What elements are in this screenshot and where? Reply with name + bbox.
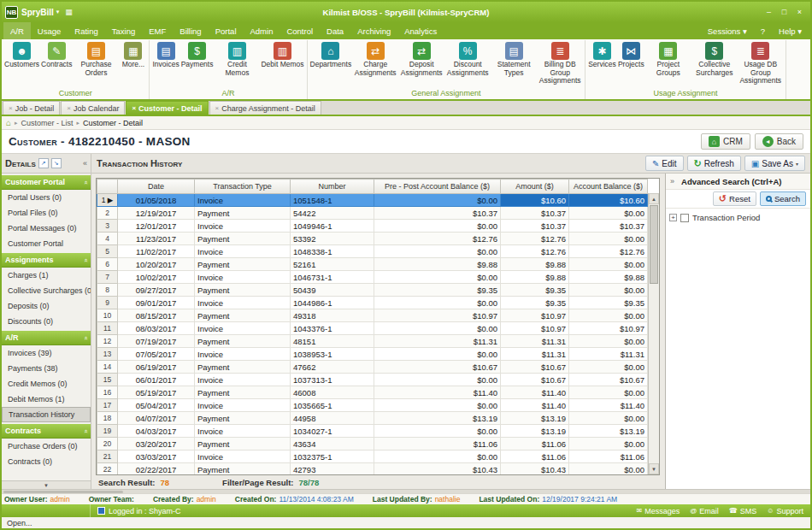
menu-item-rating[interactable]: Rating [68, 22, 104, 39]
section-collapse-icon[interactable]: » [81, 429, 89, 433]
menu-item-[interactable]: ? [754, 22, 772, 39]
table-row-21[interactable]: 2103/03/2017Invoice1032375-1$0.00$11.06$… [97, 450, 648, 463]
quick-access-icon[interactable]: ▦ [65, 8, 73, 16]
menu-item-portal[interactable]: Portal [209, 22, 244, 39]
ribbon-btn-project-groups[interactable]: ▦Project Groups [645, 40, 691, 77]
menu-item-help[interactable]: Help ▾ [772, 22, 809, 39]
scroll-down-icon[interactable]: ▼ [649, 463, 659, 474]
table-row-9[interactable]: 909/01/2017Invoice1044986-1$0.00$9.35$9.… [97, 297, 648, 309]
ribbon-btn-credit-memos[interactable]: ▥Credit Memos [214, 40, 260, 77]
table-row-16[interactable]: 1605/19/2017Payment46008$11.40$11.40$0.0… [97, 386, 648, 399]
tab-charge-assignment-detail[interactable]: ×Charge Assignment - Detail [209, 101, 321, 115]
filter-checkbox[interactable] [680, 214, 689, 222]
menu-item-usage[interactable]: Usage [31, 22, 68, 39]
table-row-15[interactable]: 1506/01/2017Invoice1037313-1$0.00$10.67$… [97, 374, 648, 386]
tab-close-icon[interactable]: × [132, 104, 136, 112]
status-sms[interactable]: ☎SMS [729, 507, 756, 515]
vertical-scrollbar-thumb[interactable] [650, 205, 658, 284]
open-bar[interactable]: Open... [2, 517, 810, 528]
table-row-8[interactable]: 809/27/2017Payment50439$9.35$9.35$0.00 [97, 284, 648, 297]
ribbon-btn-payments[interactable]: $Payments [180, 40, 215, 69]
sidebar-item-portal-users-0[interactable]: Portal Users (0) [2, 190, 91, 205]
reset-button[interactable]: ↺ Reset [713, 191, 756, 206]
menu-item-archiving[interactable]: Archiving [350, 22, 397, 39]
ribbon-btn-deposit-assignments[interactable]: ⇄Deposit Assignments [398, 40, 444, 77]
search-button[interactable]: Search [760, 191, 806, 206]
table-row-14[interactable]: 1406/19/2017Payment47662$10.67$10.67$0.0… [97, 361, 648, 374]
sidebar-section-customer-portal[interactable]: Customer Portal» [2, 175, 91, 190]
sidebar-section-assignments[interactable]: Assignments» [2, 253, 91, 268]
column-header-account-balance[interactable]: Account Balance ($) [569, 180, 648, 194]
ribbon-btn-contracts[interactable]: ✎Contracts [40, 40, 73, 69]
table-row-19[interactable]: 1904/03/2017Invoice1034027-1$0.00$13.19$… [97, 425, 648, 438]
menu-item-data[interactable]: Data [320, 22, 350, 39]
column-header-pre-post-account-balance[interactable]: Pre - Post Account Balance ($) [374, 180, 501, 194]
pin-icon[interactable]: ↗ [38, 158, 49, 168]
ribbon-btn-charge-assignments[interactable]: ⇄Charge Assignments [352, 40, 398, 77]
column-header-transaction-type[interactable]: Transaction Type [195, 180, 291, 194]
breadcrumb-item-customer-detail[interactable]: Customer - Detail [83, 119, 143, 127]
tab-customer-detail[interactable]: ×Customer - Detail [126, 101, 208, 115]
back-button[interactable]: ◂ Back [755, 133, 803, 150]
table-row-5[interactable]: 511/02/2017Invoice1048338-1$0.00$12.76$1… [97, 245, 648, 258]
menu-item-taxing[interactable]: Taxing [105, 22, 142, 39]
ribbon-btn-debit-memos[interactable]: ▥Debit Memos [260, 40, 304, 69]
horizontal-scrollbar-thumb[interactable] [3, 491, 123, 493]
table-row-13[interactable]: 1307/05/2017Invoice1038953-1$0.00$11.31$… [97, 348, 648, 361]
table-row-1[interactable]: 1 ▶01/05/2018Invoice1051548-1$0.00$10.60… [97, 194, 648, 207]
table-row-7[interactable]: 710/02/2017Invoice1046731-1$0.00$9.88$9.… [97, 271, 648, 284]
menu-item-emf[interactable]: EMF [142, 22, 173, 39]
sidebar-item-discounts-0[interactable]: Discounts (0) [2, 314, 91, 329]
status-email[interactable]: @Email [690, 507, 719, 515]
app-menu-caret-icon[interactable]: ▾ [56, 9, 60, 15]
table-row-22[interactable]: 2202/22/2017Payment42793$10.43$10.43$0.0… [97, 463, 648, 476]
table-row-18[interactable]: 1804/07/2017Payment44958$13.19$13.19$0.0… [97, 412, 648, 425]
table-row-12[interactable]: 1207/19/2017Payment48151$11.31$11.31$0.0… [97, 335, 648, 348]
sidebar-item-credit-memos-0[interactable]: Credit Memos (0) [2, 376, 91, 392]
sidebar-item-portal-files-0[interactable]: Portal Files (0) [2, 205, 91, 221]
section-collapse-icon[interactable]: » [81, 258, 89, 262]
tab-close-icon[interactable]: × [215, 104, 220, 112]
ribbon-btn-discount-assignments[interactable]: %Discount Assignments [444, 40, 491, 77]
home-icon[interactable]: ⌂ [6, 118, 11, 127]
ribbon-btn-projects[interactable]: ⋈Projects [617, 40, 645, 69]
breadcrumb-item-customer-list[interactable]: Customer - List [21, 119, 74, 127]
crm-button[interactable]: ⌂ CRM [701, 133, 750, 150]
table-row-10[interactable]: 1008/15/2017Payment49318$10.97$10.97$0.0… [97, 309, 648, 322]
table-row-6[interactable]: 610/20/2017Payment52161$9.88$9.88$0.00 [97, 258, 648, 271]
horizontal-scrollbar[interactable] [2, 489, 810, 493]
column-header-amount[interactable]: Amount ($) [501, 180, 569, 194]
sidebar-item-purchase-orders-0[interactable]: Purchase Orders (0) [2, 439, 91, 454]
sidebar-item-customer-portal[interactable]: Customer Portal [2, 236, 91, 251]
ribbon-btn-statement-types[interactable]: ▤Statement Types [491, 40, 537, 77]
sidebar-item-collective-surcharges-0[interactable]: Collective Surcharges (0) [2, 283, 91, 298]
menu-item-billing[interactable]: Billing [173, 22, 208, 39]
ribbon-btn-services[interactable]: ✱Services [587, 40, 617, 69]
tab-job-detail[interactable]: ×Job - Detail [3, 101, 60, 115]
sidebar-section-a-r[interactable]: A/R» [2, 331, 91, 345]
tab-job-calendar[interactable]: ×Job Calendar [61, 101, 125, 115]
scroll-up-icon[interactable]: ▲ [649, 193, 659, 204]
table-row-4[interactable]: 411/23/2017Payment53392$12.76$12.76$0.00 [97, 233, 648, 245]
menu-item-analytics[interactable]: Analytics [397, 22, 444, 39]
menu-item-sessions[interactable]: Sessions ▾ [701, 22, 754, 39]
table-row-2[interactable]: 212/19/2017Payment54422$10.37$10.37$0.00 [97, 207, 648, 220]
titlebar[interactable]: NB SpryBill ▾ ▦ Kilmist B/OSS - SpryBill… [2, 2, 810, 22]
menu-item-a-r[interactable]: A/R [3, 22, 31, 39]
minimize-icon[interactable]: – [762, 6, 776, 18]
sidebar-item-invoices-39[interactable]: Invoices (39) [2, 345, 91, 361]
sidebar-scroll-down[interactable]: ▼ [2, 480, 91, 489]
table-row-11[interactable]: 1108/03/2017Invoice1043376-1$0.00$10.97$… [97, 322, 648, 335]
sidebar-section-contracts[interactable]: Contracts» [2, 424, 91, 439]
table-row-3[interactable]: 312/01/2017Invoice1049946-1$0.00$10.37$1… [97, 220, 648, 233]
ribbon-btn-usage-db-group-assignments[interactable]: ≣Usage DB Group Assignments [738, 40, 784, 85]
expand-icon[interactable]: + [669, 214, 677, 221]
menu-item-admin[interactable]: Admin [244, 22, 280, 39]
section-collapse-icon[interactable]: » [81, 336, 89, 339]
status-messages[interactable]: ✉Messages [636, 507, 680, 515]
collapse-details-icon[interactable]: « [83, 159, 87, 168]
ribbon-btn-billing-db-group-assignments[interactable]: ≣Billing DB Group Assignments [537, 40, 583, 85]
ribbon-btn-collective-surcharges[interactable]: $Collective Surcharges [691, 40, 738, 77]
sidebar-item-charges-1[interactable]: Charges (1) [2, 268, 91, 283]
ribbon-btn-purchase-orders[interactable]: ▤Purchase Orders [73, 40, 119, 77]
